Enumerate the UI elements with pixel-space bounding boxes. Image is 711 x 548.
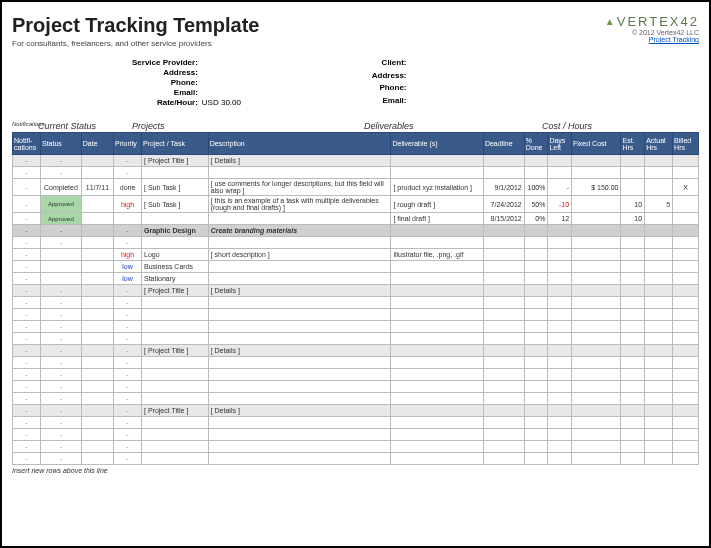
cell[interactable] (391, 309, 483, 321)
cell[interactable]: - (40, 237, 81, 249)
cell[interactable] (673, 285, 699, 297)
cell[interactable]: [ Project Title ] (142, 345, 209, 357)
cell[interactable] (572, 393, 621, 405)
cell[interactable] (548, 357, 572, 369)
cell[interactable] (621, 441, 645, 453)
cell[interactable]: - (13, 381, 41, 393)
cell[interactable]: - (13, 225, 41, 237)
cell[interactable]: - (114, 333, 142, 345)
cell[interactable] (483, 225, 524, 237)
cell[interactable] (524, 345, 548, 357)
cell[interactable] (524, 405, 548, 417)
cell[interactable]: - (114, 167, 142, 179)
cell[interactable]: - (40, 309, 81, 321)
cell[interactable]: illustrator file, .png, .gif (391, 249, 483, 261)
col-desc[interactable]: Description (208, 133, 391, 155)
cell[interactable] (483, 369, 524, 381)
cell[interactable] (621, 309, 645, 321)
table-row[interactable]: --- (13, 417, 699, 429)
cell[interactable]: - (40, 333, 81, 345)
cell[interactable] (572, 155, 621, 167)
table-row[interactable]: --- (13, 333, 699, 345)
cell[interactable]: - (114, 417, 142, 429)
cell[interactable] (40, 249, 81, 261)
table-row[interactable]: ---[ Project Title ][ Details ] (13, 405, 699, 417)
cell[interactable] (208, 273, 391, 285)
cell[interactable] (142, 333, 209, 345)
cell[interactable] (621, 453, 645, 465)
col-priority[interactable]: Priority (114, 133, 142, 155)
cell[interactable] (572, 225, 621, 237)
cell[interactable] (673, 237, 699, 249)
cell[interactable]: 7/24/2012 (483, 196, 524, 213)
col-deliverable[interactable]: Deliverable (s) (391, 133, 483, 155)
email-value[interactable] (202, 88, 262, 97)
cell[interactable] (208, 333, 391, 345)
cell[interactable]: [ Sub Task ] (142, 196, 209, 213)
cell[interactable] (548, 273, 572, 285)
cell[interactable] (572, 297, 621, 309)
cell[interactable] (391, 405, 483, 417)
cell[interactable]: [ this is an example of a task with mult… (208, 196, 391, 213)
table-row[interactable]: --- (13, 167, 699, 179)
cell[interactable] (81, 417, 113, 429)
provider-value[interactable] (202, 58, 262, 67)
cell[interactable] (645, 333, 673, 345)
cell[interactable] (645, 309, 673, 321)
table-row[interactable]: --- (13, 381, 699, 393)
cell[interactable] (208, 261, 391, 273)
cell[interactable] (81, 261, 113, 273)
table-row[interactable]: --- (13, 441, 699, 453)
cell[interactable] (572, 417, 621, 429)
cell[interactable] (621, 285, 645, 297)
cell[interactable]: - (13, 167, 41, 179)
cell[interactable] (673, 393, 699, 405)
cell[interactable] (621, 273, 645, 285)
cell[interactable] (483, 393, 524, 405)
cell[interactable] (81, 453, 113, 465)
cell[interactable] (673, 429, 699, 441)
cell[interactable]: - (114, 237, 142, 249)
col-notif[interactable]: Notifi-cations (13, 133, 41, 155)
cell[interactable] (483, 417, 524, 429)
cell[interactable]: - (548, 179, 572, 196)
cell[interactable] (673, 167, 699, 179)
cell[interactable] (572, 309, 621, 321)
cell[interactable]: - (40, 155, 81, 167)
cell[interactable] (391, 453, 483, 465)
cell[interactable] (621, 261, 645, 273)
cell[interactable] (483, 309, 524, 321)
cell[interactable] (208, 309, 391, 321)
col-task[interactable]: Project / Task (142, 133, 209, 155)
cell[interactable] (391, 357, 483, 369)
cell[interactable]: - (13, 196, 41, 213)
cell[interactable] (391, 167, 483, 179)
cell[interactable] (621, 179, 645, 196)
cell[interactable]: -10 (548, 196, 572, 213)
table-row[interactable]: ---Graphic DesignCreate branding materia… (13, 225, 699, 237)
cell[interactable] (483, 285, 524, 297)
cell[interactable] (483, 261, 524, 273)
cell[interactable] (673, 441, 699, 453)
cell[interactable] (621, 321, 645, 333)
cell[interactable] (572, 429, 621, 441)
cell[interactable] (524, 237, 548, 249)
cell[interactable] (572, 441, 621, 453)
cell[interactable]: - (40, 321, 81, 333)
table-row[interactable]: -Approved[ final draft ]8/15/20120%1210 (13, 213, 699, 225)
table-row[interactable]: -Approvedhigh[ Sub Task ][ this is an ex… (13, 196, 699, 213)
cell[interactable] (621, 237, 645, 249)
cell[interactable] (524, 273, 548, 285)
cell[interactable] (208, 429, 391, 441)
cell[interactable] (114, 213, 142, 225)
cell[interactable]: 5 (645, 196, 673, 213)
col-days[interactable]: Days Left (548, 133, 572, 155)
cell[interactable] (524, 261, 548, 273)
cell[interactable] (142, 369, 209, 381)
cell[interactable] (81, 333, 113, 345)
cell[interactable]: - (13, 333, 41, 345)
cell[interactable] (673, 309, 699, 321)
cell[interactable]: - (13, 285, 41, 297)
table-row[interactable]: --- (13, 321, 699, 333)
cell[interactable]: - (13, 309, 41, 321)
